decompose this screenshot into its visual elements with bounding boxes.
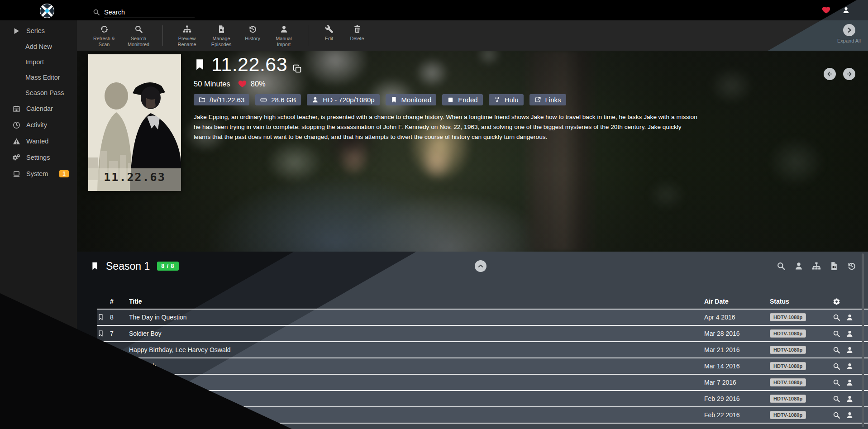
episode-title[interactable]: The Day in Question [129, 314, 704, 321]
copy-icon[interactable] [293, 64, 302, 73]
episode-monitor-toggle-icon[interactable] [97, 329, 104, 338]
episode-manual-search-icon[interactable] [846, 395, 854, 403]
episode-manual-search-icon[interactable] [846, 314, 854, 321]
title-column-header: Title [129, 298, 704, 305]
sidebar-item-calendar[interactable]: Calendar [0, 100, 77, 117]
delete-button[interactable]: Delete [345, 20, 369, 51]
runtime-text: 50 Minutes [194, 80, 230, 88]
search-input[interactable] [104, 8, 195, 18]
donate-heart-icon[interactable] [822, 6, 830, 14]
history-button[interactable]: History [241, 20, 264, 51]
search-icon [134, 25, 143, 33]
scrollbar[interactable] [862, 253, 864, 427]
manage-episodes-button[interactable]: Manage Episodes [206, 20, 236, 51]
episode-monitor-toggle-icon[interactable] [97, 394, 104, 403]
episode-manual-search-icon[interactable] [846, 330, 854, 338]
sonarr-logo[interactable] [39, 3, 55, 19]
search-monitored-button[interactable]: Search Monitored [124, 20, 153, 51]
episode-manual-search-icon[interactable] [846, 346, 854, 354]
series-poster: 11.22.63 [88, 54, 181, 191]
monitored-tag[interactable]: Monitored [386, 94, 437, 105]
quality-profile-tag[interactable]: HD - 720p/1080p [307, 94, 379, 105]
sidebar-item-mass-editor[interactable]: Mass Editor [0, 70, 77, 85]
episode-air-date: Mar 7 2016 [704, 379, 770, 386]
sidebar-item-import[interactable]: Import [0, 54, 77, 70]
sidebar-item-system[interactable]: System 1 [0, 166, 77, 182]
episode-search-icon[interactable] [833, 395, 840, 403]
season-search-button[interactable] [777, 262, 786, 271]
toolbar-divider [308, 25, 308, 46]
refresh-scan-button[interactable]: Refresh & Scan [89, 20, 119, 51]
links-tag[interactable]: Links [529, 94, 566, 105]
broadcast-tower-icon [494, 96, 501, 103]
episode-row[interactable]: 5 The Truth Mar 14 2016 HDTV-1080p [97, 358, 868, 375]
collapse-season-button[interactable] [475, 260, 486, 272]
episode-manual-search-icon[interactable] [846, 362, 854, 370]
episode-title[interactable]: The Kill Floor [129, 411, 704, 419]
episode-air-date: Feb 29 2016 [704, 395, 770, 402]
sidebar-item-wanted[interactable]: Wanted [0, 133, 77, 149]
season-manual-import-button[interactable] [794, 262, 803, 271]
next-series-button[interactable] [843, 68, 855, 80]
episode-row[interactable]: 6 Happy Birthday, Lee Harvey Oswald Mar … [97, 342, 868, 358]
episode-manual-search-icon[interactable] [846, 379, 854, 386]
episode-row[interactable]: 3 Other Voices, Other Rooms Feb 29 2016 … [97, 391, 868, 407]
series-banner: 11.22.63 11.22.63 50 Minutes 80% /tv/11.… [77, 51, 868, 252]
episode-title[interactable]: Other Voices, Other Rooms [129, 395, 704, 402]
expand-all-button[interactable]: Expand All [837, 24, 861, 44]
user-icon[interactable] [842, 6, 850, 14]
sidebar-item-add-new[interactable]: Add New [0, 39, 77, 54]
episode-search-icon[interactable] [833, 314, 840, 321]
episode-row[interactable]: 8 The Day in Question Apr 4 2016 HDTV-10… [97, 310, 868, 326]
episode-row[interactable]: 2 The Kill Floor Feb 22 2016 HDTV-1080p [97, 407, 868, 424]
sidebar-item-series[interactable]: Series [0, 23, 77, 39]
sidebar-item-label: Activity [26, 121, 47, 129]
series-navigation [824, 68, 855, 80]
path-tag[interactable]: /tv/11.22.63 [194, 94, 249, 105]
episode-number: 7 [110, 330, 129, 337]
sonarr-app: Series Add New Import Mass Editor Season… [0, 0, 868, 429]
sidebar-item-label: Add New [25, 43, 52, 50]
episode-title[interactable]: The Eyes of Texas [129, 379, 704, 386]
episode-title[interactable]: The Truth [129, 362, 704, 370]
status-tag[interactable]: Ended [442, 94, 482, 105]
previous-series-button[interactable] [824, 68, 836, 80]
episode-row[interactable]: 4 The Eyes of Texas Mar 7 2016 HDTV-1080… [97, 375, 868, 391]
season-preview-rename-button[interactable] [812, 262, 821, 271]
episode-search-icon[interactable] [833, 346, 840, 354]
edit-button[interactable]: Edit [317, 20, 341, 51]
episode-row[interactable]: 7 Soldier Boy Mar 28 2016 HDTV-1080p [97, 326, 868, 342]
episode-search-icon[interactable] [833, 362, 840, 370]
episode-monitor-toggle-icon[interactable] [97, 378, 104, 387]
episode-search-icon[interactable] [833, 379, 840, 386]
episode-title[interactable]: Soldier Boy [129, 330, 704, 337]
episode-search-icon[interactable] [833, 411, 840, 419]
episode-status-badge: HDTV-1080p [770, 313, 806, 321]
table-options-gear-icon[interactable] [833, 298, 840, 305]
episode-monitor-toggle-icon[interactable] [97, 362, 104, 371]
series-info: 11.22.63 50 Minutes 80% /tv/11.22.63 28.… [194, 53, 854, 143]
network-tag[interactable]: Hulu [489, 94, 524, 105]
play-icon [13, 27, 20, 35]
manual-import-button[interactable]: Manual Import [269, 20, 299, 51]
sidebar-item-season-pass[interactable]: Season Pass [0, 85, 77, 100]
number-column-header: # [110, 298, 129, 305]
sidebar-item-settings[interactable]: Settings [0, 149, 77, 166]
season-manage-episodes-button[interactable] [830, 262, 839, 271]
preview-rename-button[interactable]: Preview Rename [172, 20, 202, 51]
series-monitored-bookmark-icon[interactable] [194, 55, 206, 75]
episode-monitor-toggle-icon[interactable] [97, 313, 104, 322]
episode-status-badge: HDTV-1080p [770, 362, 806, 370]
episode-search-icon[interactable] [833, 330, 840, 338]
season-history-button[interactable] [847, 262, 856, 271]
size-tag[interactable]: 28.6 GB [255, 94, 301, 105]
season-monitored-bookmark-icon[interactable] [91, 260, 99, 272]
episode-monitor-toggle-icon[interactable] [97, 410, 104, 419]
sidebar-item-activity[interactable]: Activity [0, 117, 77, 133]
toolbar-divider [162, 25, 163, 46]
episode-title[interactable]: Happy Birthday, Lee Harvey Oswald [129, 346, 704, 353]
air-date-column-header: Air Date [704, 298, 770, 305]
episode-monitor-toggle-icon[interactable] [97, 345, 104, 354]
episode-manual-search-icon[interactable] [846, 411, 854, 419]
button-label: Preview Rename [172, 36, 202, 48]
